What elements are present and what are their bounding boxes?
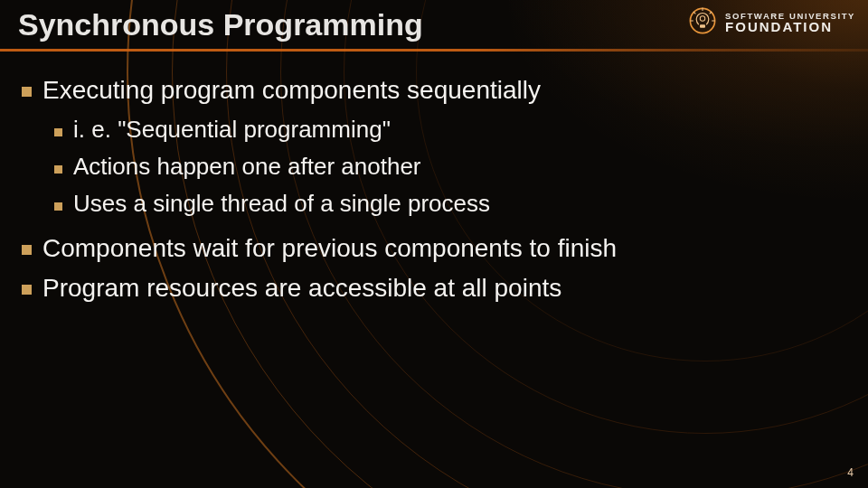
bullet-text: i. e. "Sequential programming" (73, 116, 391, 144)
bullet-level1: Program resources are accessible at all … (22, 274, 846, 303)
bullet-marker-icon (22, 87, 32, 97)
bullet-marker-icon (54, 165, 62, 174)
bullet-marker-icon (54, 202, 62, 211)
slide: Synchronous Programming SOF (0, 0, 868, 488)
title-underline (0, 49, 868, 52)
bullet-level1: Executing program components sequentiall… (22, 76, 846, 105)
bullet-text: Program resources are accessible at all … (42, 274, 561, 303)
slide-title: Synchronous Programming (18, 7, 423, 42)
bullet-text: Executing program components sequentiall… (42, 76, 541, 105)
bullet-level2: Uses a single thread of a single process (54, 190, 846, 218)
bullet-text: Uses a single thread of a single process (73, 190, 490, 218)
brand-logo: SOFTWARE UNIVERSITY FOUNDATION (687, 5, 855, 40)
lightbulb-gear-icon (687, 5, 718, 40)
page-number: 4 (847, 466, 854, 479)
bullet-level2: Actions happen one after another (54, 153, 846, 181)
bullet-level2: i. e. "Sequential programming" (54, 116, 846, 144)
bullet-marker-icon (22, 285, 32, 295)
brand-text: SOFTWARE UNIVERSITY FOUNDATION (725, 12, 855, 34)
svg-point-7 (700, 16, 704, 21)
bullet-marker-icon (22, 245, 32, 255)
bullet-text: Components wait for previous components … (42, 234, 617, 263)
bullet-text: Actions happen one after another (73, 153, 421, 181)
brand-line-2: FOUNDATION (725, 20, 855, 33)
bullet-level1: Components wait for previous components … (22, 234, 846, 263)
svg-rect-1 (700, 24, 705, 27)
bullet-marker-icon (54, 128, 62, 136)
slide-body: Executing program components sequentiall… (22, 70, 846, 314)
